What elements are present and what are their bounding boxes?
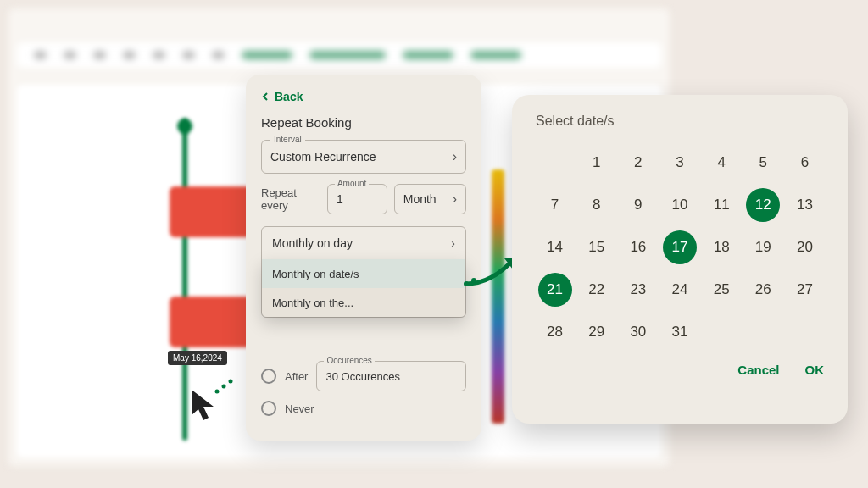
radio-after[interactable]	[261, 369, 276, 384]
interval-label: Interval	[270, 135, 305, 144]
calendar-day[interactable]: 5	[744, 144, 782, 181]
repeat-every-label: Repeat every	[261, 186, 320, 212]
calendar-day[interactable]: 7	[536, 186, 574, 224]
calendar-day[interactable]: 22	[577, 271, 615, 308]
calendar-day[interactable]: 31	[660, 313, 698, 351]
calendar-day[interactable]: 13	[786, 186, 824, 224]
dropdown-option-the[interactable]: Monthly on the...	[262, 288, 465, 317]
back-label: Back	[275, 90, 303, 103]
calendar-day[interactable]: 2	[619, 144, 657, 181]
calendar-day[interactable]: 21	[538, 273, 572, 307]
background-toolbar	[17, 42, 661, 68]
background-timeline-dot	[177, 119, 192, 134]
panel-title: Repeat Booking	[261, 115, 466, 130]
occurrences-value: 30 Occurences	[326, 370, 457, 383]
calendar-day[interactable]: 30	[619, 313, 657, 351]
chevron-right-icon: ›	[453, 149, 457, 164]
background-timeline-line	[182, 119, 187, 441]
calendar-day[interactable]: 3	[660, 144, 698, 181]
interval-select[interactable]: Interval Custom Recurrence ›	[261, 140, 466, 174]
calendar-grid: 1234567891011121314151617181920212223242…	[536, 144, 824, 351]
chevron-right-icon: ›	[453, 191, 457, 207]
calendar-day[interactable]: 16	[619, 229, 657, 266]
calendar-day[interactable]: 15	[577, 229, 615, 266]
calendar-day[interactable]: 18	[703, 229, 741, 266]
calendar-day[interactable]: 6	[786, 144, 824, 181]
after-label: After	[285, 370, 308, 383]
repeat-booking-panel: Back Repeat Booking Interval Custom Recu…	[246, 75, 481, 441]
cancel-button[interactable]: Cancel	[737, 363, 779, 377]
occurrences-input[interactable]: Occurences 30 Occurences	[316, 361, 466, 391]
calendar-day[interactable]: 20	[786, 229, 824, 266]
calendar-day[interactable]: 23	[619, 271, 657, 308]
ok-button[interactable]: OK	[805, 363, 825, 377]
interval-value: Custom Recurrence	[270, 150, 453, 164]
radio-never[interactable]	[261, 401, 276, 416]
monthly-mode-dropdown[interactable]: Monthly on day › Monthly on date/s Month…	[261, 226, 466, 318]
calendar-title: Select date/s	[536, 114, 824, 129]
never-label: Never	[285, 402, 314, 415]
background-color-bar	[492, 169, 504, 424]
unit-select[interactable]: Month ›	[394, 184, 466, 214]
calendar-day[interactable]: 11	[703, 186, 741, 224]
calendar-day[interactable]: 1	[577, 144, 615, 181]
calendar-day[interactable]: 12	[746, 188, 780, 222]
back-button[interactable]: Back	[261, 90, 466, 103]
calendar-day[interactable]: 24	[660, 271, 698, 308]
amount-value: 1	[337, 192, 378, 206]
monthly-mode-value: Monthly on day	[272, 236, 451, 250]
calendar-day[interactable]: 27	[786, 271, 824, 308]
chevron-right-icon: ›	[451, 236, 455, 250]
dropdown-option-dates[interactable]: Monthly on date/s	[262, 259, 465, 288]
calendar-empty-cell	[536, 144, 574, 181]
chevron-left-icon	[261, 92, 270, 101]
date-tooltip: May 16,2024	[168, 351, 227, 365]
monthly-mode-options: Monthly on date/s Monthly on the...	[262, 259, 465, 317]
occurrences-label: Occurences	[324, 356, 374, 365]
unit-value: Month	[403, 192, 453, 206]
amount-label: Amount	[335, 179, 369, 188]
calendar-day[interactable]: 17	[663, 230, 697, 264]
calendar-day[interactable]: 4	[703, 144, 741, 181]
calendar-day[interactable]: 28	[536, 313, 574, 351]
calendar-day[interactable]: 26	[744, 271, 782, 308]
calendar-day[interactable]: 8	[577, 186, 615, 224]
calendar-day[interactable]: 29	[577, 313, 615, 351]
calendar-day[interactable]: 19	[744, 229, 782, 266]
calendar-day[interactable]: 9	[619, 186, 657, 224]
calendar-day[interactable]: 25	[703, 271, 741, 308]
amount-input[interactable]: Amount 1	[327, 184, 387, 214]
calendar-day[interactable]: 10	[660, 186, 698, 224]
calendar-day[interactable]: 14	[536, 229, 574, 266]
date-picker-popover: Select date/s 12345678910111213141516171…	[512, 95, 848, 424]
